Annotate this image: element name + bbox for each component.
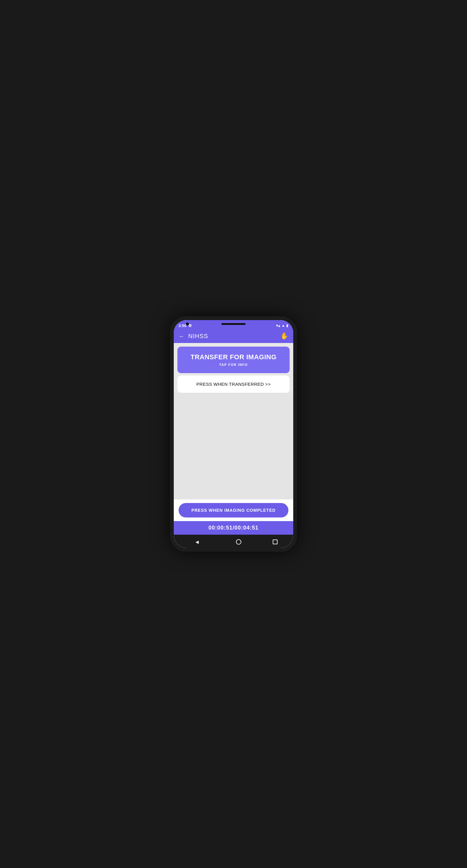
press-transferred-label: PRESS WHEN TRANSFERRED >> [196,381,271,387]
phone-frame: 2:50 ⚙ ▾▴ ▲ ▮ ← NIHSS ✋ TRANSFER FOR IMA… [170,316,297,552]
bottom-nav: ◀ [174,535,293,548]
timer-bar: 00:00:51/00:04:51 [174,521,293,535]
press-transferred-button[interactable]: PRESS WHEN TRANSFERRED >> [177,375,290,393]
bottom-section: PRESS WHEN IMAGING COMPLETED [174,499,293,521]
press-imaging-label: PRESS WHEN IMAGING COMPLETED [191,508,275,513]
nav-recent-button[interactable] [273,539,278,544]
press-imaging-button[interactable]: PRESS WHEN IMAGING COMPLETED [179,503,288,518]
hand-icon[interactable]: ✋ [280,332,288,340]
transfer-title: TRANSFER FOR IMAGING [182,353,285,361]
timer-display: 00:00:51/00:04:51 [208,525,259,531]
phone-screen: 2:50 ⚙ ▾▴ ▲ ▮ ← NIHSS ✋ TRANSFER FOR IMA… [174,320,293,548]
nav-back-button[interactable]: ◀ [189,538,205,546]
nav-home-button[interactable] [236,539,241,545]
camera-dot [186,322,189,326]
transfer-card[interactable]: TRANSFER FOR IMAGING TAP FOR INFO [177,347,290,373]
app-bar-left: ← NIHSS [179,333,208,340]
speaker [222,323,245,325]
transfer-subtitle: TAP FOR INFO [182,363,285,367]
app-bar: ← NIHSS ✋ [174,329,293,343]
app-title: NIHSS [188,333,208,340]
phone-top-decoration [174,320,293,329]
content-area [174,393,293,499]
back-button[interactable]: ← [179,333,185,340]
